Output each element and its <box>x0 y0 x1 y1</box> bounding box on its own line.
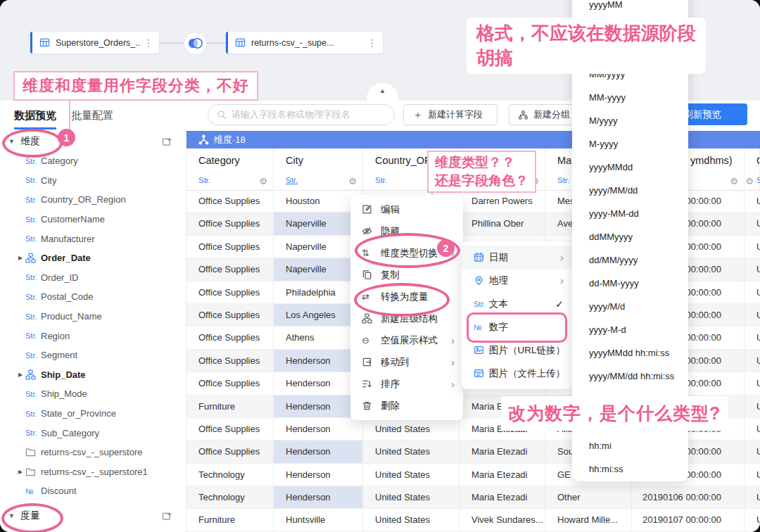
annotation-line: 维度类型？？ <box>435 153 528 172</box>
column-type-str: Str <box>756 176 760 184</box>
submenu-item-图片（文件上传）[interactable]: 图片（文件上传） <box>462 362 572 385</box>
expand-arrow-icon[interactable]: ▶ <box>18 372 23 378</box>
field-item-Discount[interactable]: №Discount <box>0 481 186 501</box>
format-option-hh:mi[interactable]: hh:mi <box>572 434 688 457</box>
field-item-Ship_Date[interactable]: ▶Ship_Date <box>0 365 186 385</box>
menu-item-复制[interactable]: 复制 <box>350 264 463 286</box>
format-option-yyyy-M-d[interactable]: yyyy-M-d <box>572 318 688 341</box>
expand-arrow-icon[interactable]: ▶ <box>18 469 23 475</box>
submenu-item-数字[interactable]: №数字 <box>462 315 572 338</box>
measures-section-header[interactable]: ▼ 度量 <box>8 509 40 522</box>
table-node-left[interactable]: Superstore_Orders_.... ⋮ <box>30 32 159 53</box>
field-item-returns-csv_-_superstore1[interactable]: ▶returns-csv_-_superstore1 <box>0 462 186 482</box>
field-item-City[interactable]: Str.City <box>0 171 186 191</box>
eye-off-icon <box>362 226 374 236</box>
dimension-count-label: 维度·18 <box>214 134 246 146</box>
table-node-accent-bar <box>226 32 228 53</box>
field-item-Manufacturer[interactable]: Str.Manufacturer <box>0 229 186 248</box>
field-item-Category[interactable]: Str.Category <box>0 151 186 171</box>
column-header-City[interactable]: CityStr.⚙ <box>274 148 363 190</box>
expand-arrow-icon[interactable]: ▶ <box>18 255 23 261</box>
table-node-right[interactable]: returns-csv_-_supe... ⋮ <box>226 32 383 53</box>
field-label: Sub_Category <box>41 428 99 438</box>
add-field-box-icon[interactable] <box>162 511 173 522</box>
annotation-field-classification: 维度和度量用作字段分类，不好 <box>13 71 258 101</box>
format-option-yyyyMM[interactable]: yyyyMM <box>572 0 688 16</box>
format-option-M/yyyy[interactable]: M/yyyy <box>572 109 688 132</box>
column-header-Or...[interactable]: Or...Str⚙ <box>745 148 760 190</box>
submenu-item-label: 图片（URL链接） <box>489 344 565 357</box>
field-item-Product_Name[interactable]: Str.Product_Name <box>0 307 186 327</box>
column-settings-gear-icon[interactable]: ⚙ <box>259 176 267 186</box>
table-cell: US... <box>745 441 760 462</box>
table-cell: Henderson <box>274 441 363 462</box>
format-option-yyyy-MM-dd[interactable]: yyyy-MM-dd <box>572 202 688 225</box>
format-option-yyyy/MM/dd[interactable]: yyyy/MM/dd <box>572 179 688 202</box>
menu-item-移动到[interactable]: 移动到› <box>350 351 463 373</box>
field-item-Postal_Code[interactable]: Str.Postal_Code <box>0 287 186 307</box>
field-item-Region[interactable]: Str.Region <box>0 326 186 346</box>
column-header-Category[interactable]: CategoryStr.⚙ <box>186 148 274 190</box>
add-field-box-icon[interactable] <box>162 137 173 148</box>
dimensions-section-header[interactable]: ▼ 维度 <box>8 135 40 148</box>
menu-item-空值展示样式[interactable]: ⊖空值展示样式› <box>350 329 463 351</box>
table-cell: Technology <box>186 486 274 508</box>
format-option-ddMMyyyy[interactable]: ddMMyyyy <box>572 225 688 248</box>
column-settings-gear-icon[interactable]: ⚙ <box>745 176 754 186</box>
str-icon: Str. <box>25 273 39 281</box>
table-cell: Office Supplies <box>186 258 274 280</box>
measures-label: 度量 <box>20 509 40 522</box>
field-item-State_or_Province[interactable]: Str.State_or_Province <box>0 404 186 424</box>
menu-item-label: 空值展示样式 <box>381 334 438 347</box>
collapse-panel-button[interactable]: ▲ <box>367 83 398 101</box>
menu-item-新建层级结构[interactable]: 新建层级结构 <box>350 308 463 329</box>
format-option-yyyyMMdd[interactable]: yyyyMMdd <box>572 156 688 179</box>
more-vertical-icon[interactable]: ⋮ <box>144 37 153 49</box>
field-item-Order_Date[interactable]: ▶Order_Date <box>0 248 186 268</box>
menu-item-编辑[interactable]: 编辑 <box>350 198 463 220</box>
menu-item-label: 编辑 <box>381 203 400 216</box>
format-option-yyyy/MM/dd hh:mi:ss[interactable]: yyyy/MM/dd hh:mi:ss <box>572 365 688 388</box>
field-label: Category <box>41 156 78 166</box>
submenu-item-日期[interactable]: 日期› <box>462 246 572 269</box>
format-option-MM-yyyy[interactable]: MM-yyyy <box>572 86 688 109</box>
column-settings-gear-icon[interactable]: ⚙ <box>348 176 357 186</box>
format-option-yyyyMMdd hh:mi:ss[interactable]: yyyyMMdd hh:mi:ss <box>572 341 688 365</box>
column-type-str: Str. <box>557 176 569 184</box>
submenu-item-文本[interactable]: Str.文本✓ <box>462 292 572 315</box>
hierarchy-icon <box>362 313 374 324</box>
column-settings-gear-icon[interactable]: ⚙ <box>730 176 738 186</box>
new-calc-field-button[interactable]: ＋ 新建计算字段 <box>403 104 498 125</box>
format-option-dd/MM/yyyy[interactable]: dd/MM/yyyy <box>572 248 688 272</box>
search-input[interactable]: 请输入字段名称或物理字段名 <box>208 104 395 125</box>
join-type-icon[interactable] <box>184 32 207 55</box>
field-item-Ship_Mode[interactable]: Str.Ship_Mode <box>0 384 186 404</box>
submenu-item-label: 数字 <box>489 321 508 334</box>
str-icon: Str. <box>25 351 39 360</box>
menu-item-转换为度量[interactable]: ⇄转换为度量 <box>350 286 463 308</box>
type-switch-icon: ⇅ <box>362 248 374 258</box>
submenu-item-地理[interactable]: 地理› <box>462 269 572 292</box>
folder-icon <box>25 467 39 477</box>
column-type-str: Str. <box>375 176 387 184</box>
format-option-dd-MM-yyyy[interactable]: dd-MM-yyyy <box>572 272 688 295</box>
table-cell: US... <box>745 190 760 212</box>
move-to-icon <box>362 357 374 367</box>
menu-item-排序[interactable]: 排序› <box>350 373 463 395</box>
field-item-Order_ID[interactable]: Str.Order_ID <box>0 268 186 288</box>
field-item-Sub_Category[interactable]: Str.Sub_Category <box>0 423 186 443</box>
field-item-CustomerName[interactable]: Str.CustomerName <box>0 210 186 229</box>
field-item-Segment[interactable]: Str.Segment <box>0 346 186 365</box>
triangle-up-icon: ▲ <box>379 87 386 94</box>
tab-data-preview[interactable]: 数据预览 <box>14 101 56 129</box>
field-label: Discount <box>41 486 77 496</box>
field-item-Country_OR_Region[interactable]: Str.Country_OR_Region <box>0 190 186 210</box>
format-option-M-yyyy[interactable]: M-yyyy <box>572 132 688 156</box>
submenu-item-图片（URL链接）[interactable]: 图片（URL链接） <box>462 338 572 362</box>
tab-batch-config[interactable]: 批量配置 <box>71 101 113 129</box>
format-option-yyyy/M/d[interactable]: yyyy/M/d <box>572 295 688 318</box>
field-item-returns-csv_-_superstore[interactable]: returns-csv_-_superstore <box>0 443 186 462</box>
menu-item-删除[interactable]: 删除 <box>350 395 463 417</box>
more-vertical-icon[interactable]: ⋮ <box>367 37 377 49</box>
format-option-hh:mi:ss[interactable]: hh:mi:ss <box>572 457 688 481</box>
